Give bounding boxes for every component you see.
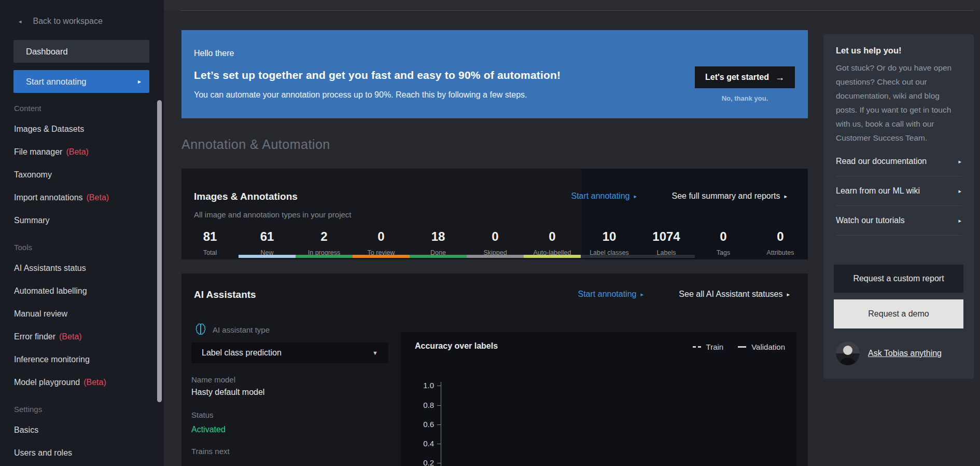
assistant-type-label: AI assistant type — [213, 325, 270, 334]
page-section-title: Annotation & Automation — [181, 137, 330, 152]
stat-column: 10 Label classes — [581, 223, 638, 259]
sidebar-item[interactable]: Taxonomy — [0, 163, 164, 186]
assistant-type-row: AI assistant type — [194, 323, 270, 336]
help-links: Read our documentation ▸ Learn from our … — [836, 147, 961, 236]
start-annotating-link-label: Start annotating — [571, 191, 630, 201]
sidebar-item[interactable]: AI Assistants status — [0, 257, 164, 280]
chevron-right-icon: ▸ — [784, 193, 787, 200]
brain-icon — [194, 323, 207, 336]
dashboard-label: Dashboard — [26, 47, 68, 57]
sidebar-item[interactable]: Model playground (Beta) — [0, 371, 164, 394]
y-tick: 0.4 — [408, 439, 434, 448]
sidebar-item-label: Import annotations — [14, 193, 83, 202]
status-label: Status — [191, 410, 214, 419]
chevron-left-icon: ◂ — [19, 18, 22, 25]
stat-value: 0 — [353, 229, 410, 244]
images-card-subtitle: All image and annotation types in your p… — [194, 210, 352, 219]
chevron-down-icon: ▼ — [372, 350, 378, 356]
sidebar-item[interactable]: Error finder (Beta) — [0, 325, 164, 348]
get-started-button[interactable]: Let's get started → — [695, 66, 795, 88]
dismiss-link[interactable]: No, thank you. — [695, 94, 795, 102]
help-link[interactable]: Read our documentation ▸ — [836, 147, 961, 176]
sidebar-item[interactable]: Users and roles — [0, 442, 164, 464]
assistant-type-value: Label class prediction — [202, 348, 282, 358]
sidebar-list-content: Images & Datasets File manager (Beta) Ta… — [0, 118, 164, 232]
stat-column: 81 Total — [181, 223, 239, 259]
help-panel: Let us help you! Got stuck? Or do you ha… — [823, 34, 974, 379]
sidebar-section-tools: Tools — [14, 237, 164, 257]
help-link-label: Learn from our ML wiki — [836, 186, 920, 196]
full-summary-link-label: See full summary and reports — [671, 191, 780, 201]
help-title: Let us help you! — [836, 46, 961, 56]
sidebar-item[interactable]: Summary — [0, 209, 164, 232]
stat-column: 0 To review — [353, 223, 410, 259]
sidebar-item[interactable]: Inference monitoring — [0, 348, 164, 371]
start-annotating-link[interactable]: Start annotating ▸ — [571, 191, 637, 201]
sidebar-item-label: Basics — [14, 426, 38, 435]
chevron-right-icon: ▸ — [958, 158, 961, 165]
sidebar-item-label: Images & Datasets — [14, 125, 84, 134]
help-link[interactable]: Learn from our ML wiki ▸ — [836, 176, 961, 206]
sidebar-item[interactable]: Import annotations (Beta) — [0, 186, 164, 209]
stat-value: 2 — [296, 229, 353, 244]
ai-card-title: AI Assistants — [194, 289, 256, 300]
validation-line-icon — [738, 346, 746, 348]
y-axis-line — [441, 382, 441, 466]
chevron-right-icon: ▸ — [958, 188, 961, 195]
main-top-band — [164, 0, 980, 10]
status-value: Activated — [191, 425, 226, 434]
chevron-right-icon: ▸ — [640, 291, 643, 298]
back-to-workspace-button[interactable]: ◂ Back to workspace — [19, 17, 164, 26]
sidebar: ◂ Back to workspace Dashboard Start anno… — [0, 0, 164, 466]
sidebar-item-label: File manager — [14, 147, 62, 157]
sidebar-list-settings: Basics Users and roles — [0, 419, 164, 464]
stat-color-bar — [638, 255, 695, 258]
sidebar-scrollbar[interactable] — [157, 100, 162, 402]
stat-value: 81 — [181, 229, 239, 244]
beta-badge: (Beta) — [66, 147, 89, 157]
request-demo-button[interactable]: Request a demo — [834, 299, 963, 328]
request-custom-report-button[interactable]: Request a custom report — [834, 265, 963, 293]
train-dash-icon — [693, 346, 701, 348]
ai-assistants-card: AI Assistants Start annotating ▸ See all… — [181, 273, 808, 466]
back-to-workspace-label: Back to workspace — [33, 17, 103, 26]
stat-label: Attributes — [752, 249, 809, 256]
stat-column: 1074 Labels — [638, 223, 695, 259]
y-tick: 0.8 — [408, 401, 434, 410]
sidebar-item[interactable]: Automated labelling — [0, 280, 164, 303]
stat-column: 18 Done — [410, 223, 467, 259]
help-body: Got stuck? Or do you have open questions… — [836, 61, 961, 145]
beta-badge: (Beta) — [87, 193, 109, 202]
sidebar-item-label: AI Assistants status — [14, 264, 86, 273]
help-link[interactable]: Watch our tutorials ▸ — [836, 206, 961, 236]
full-summary-link[interactable]: See full summary and reports ▸ — [671, 191, 787, 201]
sidebar-item[interactable]: Images & Datasets — [0, 118, 164, 141]
sidebar-item-dashboard[interactable]: Dashboard — [13, 40, 149, 63]
sidebar-item[interactable]: Basics — [0, 419, 164, 442]
stat-color-bar — [239, 255, 296, 258]
y-tick: 0.6 — [408, 420, 434, 429]
sidebar-item[interactable]: File manager (Beta) — [0, 141, 164, 163]
sidebar-item-start-annotating[interactable]: Start annotating ▸ — [13, 70, 149, 93]
legend-validation-label: Validation — [751, 342, 785, 351]
chevron-right-icon: ▸ — [958, 217, 961, 224]
ai-statuses-link[interactable]: See all AI Assistant statuses ▸ — [679, 290, 790, 299]
assistant-type-select[interactable]: Label class prediction ▼ — [191, 342, 388, 363]
ai-statuses-link-label: See all AI Assistant statuses — [679, 290, 782, 299]
sidebar-item-label: Automated labelling — [14, 286, 87, 296]
name-model-label: Name model — [191, 375, 235, 384]
ask-tobias-link[interactable]: Ask Tobias anything — [868, 349, 942, 358]
stat-color-bar — [296, 255, 353, 258]
chart-legend: Train Validation — [693, 342, 785, 351]
sidebar-item[interactable]: Manual review — [0, 303, 164, 325]
stat-column: 0 Skipped — [467, 223, 524, 259]
y-tick: 1.0 — [408, 381, 434, 390]
ask-tobias-row: Ask Tobias anything — [836, 341, 974, 365]
beta-badge: (Beta) — [83, 378, 106, 387]
get-started-label: Let's get started — [705, 73, 769, 82]
stats-row: 81 Total 61 New 2 In progress 0 — [181, 223, 809, 259]
sidebar-item-label: Users and roles — [14, 448, 72, 458]
start-annotating-link[interactable]: Start annotating ▸ — [578, 290, 644, 299]
y-tick: 0.2 — [408, 458, 434, 466]
sidebar-item-label: Model playground — [14, 378, 80, 387]
